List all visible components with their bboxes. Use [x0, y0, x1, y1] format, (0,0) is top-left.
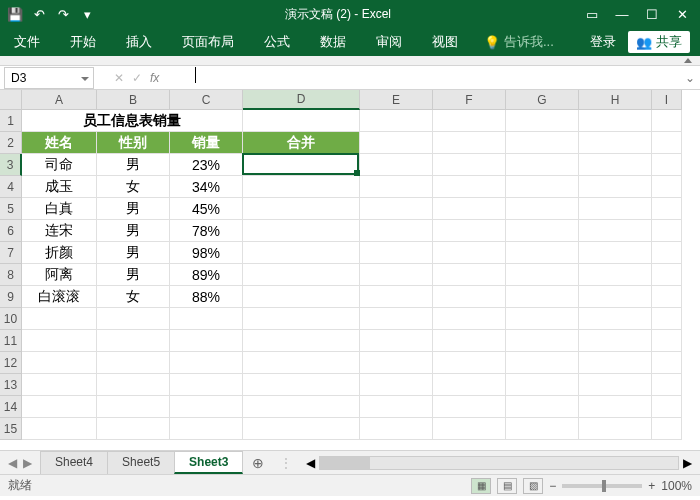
cell[interactable] [433, 286, 506, 308]
maximize-icon[interactable]: ☐ [638, 3, 666, 25]
undo-icon[interactable]: ↶ [28, 3, 50, 25]
cancel-formula-icon[interactable]: ✕ [114, 71, 124, 85]
merged-title-cell[interactable]: 员工信息表销量 [22, 110, 243, 132]
cell[interactable]: 34% [170, 176, 243, 198]
cell[interactable] [506, 286, 579, 308]
cell[interactable] [652, 132, 682, 154]
cell[interactable] [97, 418, 170, 440]
cell[interactable]: 男 [97, 198, 170, 220]
zoom-slider[interactable] [562, 484, 642, 488]
row-header[interactable]: 4 [0, 176, 22, 198]
cell[interactable] [22, 396, 97, 418]
cell[interactable]: 98% [170, 242, 243, 264]
cell[interactable] [433, 352, 506, 374]
cell[interactable] [243, 374, 360, 396]
row-header[interactable]: 14 [0, 396, 22, 418]
sheet-tab[interactable]: Sheet3 [174, 451, 243, 474]
formula-input[interactable] [159, 67, 680, 89]
cell[interactable] [360, 286, 433, 308]
row-header[interactable]: 5 [0, 198, 22, 220]
cell[interactable]: 销量 [170, 132, 243, 154]
cell[interactable] [652, 110, 682, 132]
tell-me-search[interactable]: 💡 告诉我... [484, 33, 554, 51]
cell[interactable] [506, 242, 579, 264]
cell[interactable] [506, 154, 579, 176]
add-sheet-button[interactable]: ⊕ [242, 455, 274, 471]
cell[interactable] [433, 154, 506, 176]
cell[interactable] [506, 264, 579, 286]
cell[interactable] [506, 220, 579, 242]
cell[interactable] [97, 352, 170, 374]
row-header[interactable]: 11 [0, 330, 22, 352]
cell[interactable] [506, 132, 579, 154]
row-header[interactable]: 2 [0, 132, 22, 154]
cell[interactable]: 45% [170, 198, 243, 220]
cell[interactable] [170, 330, 243, 352]
cell[interactable] [22, 352, 97, 374]
cell[interactable] [579, 374, 652, 396]
cell[interactable] [360, 418, 433, 440]
cell[interactable] [579, 154, 652, 176]
cell[interactable] [97, 396, 170, 418]
cell[interactable] [170, 352, 243, 374]
tab-data[interactable]: 数据 [316, 29, 350, 55]
cell[interactable]: 女 [97, 286, 170, 308]
cell[interactable] [506, 396, 579, 418]
cell[interactable] [506, 374, 579, 396]
cell[interactable] [506, 352, 579, 374]
cell[interactable] [652, 286, 682, 308]
cell[interactable]: 成玉 [22, 176, 97, 198]
cell[interactable] [652, 242, 682, 264]
column-header[interactable]: A [22, 90, 97, 110]
scroll-right-icon[interactable]: ▶ [683, 456, 692, 470]
close-icon[interactable]: ✕ [668, 3, 696, 25]
login-link[interactable]: 登录 [590, 33, 616, 51]
cell[interactable] [433, 330, 506, 352]
cell[interactable] [360, 198, 433, 220]
cell[interactable]: 男 [97, 242, 170, 264]
cell[interactable] [170, 418, 243, 440]
zoom-level[interactable]: 100% [661, 479, 692, 493]
cell[interactable]: 白真 [22, 198, 97, 220]
cell[interactable] [360, 220, 433, 242]
cell[interactable] [433, 220, 506, 242]
cell[interactable] [652, 264, 682, 286]
cell[interactable]: 合并 [243, 132, 360, 154]
row-header[interactable]: 15 [0, 418, 22, 440]
cell[interactable] [243, 176, 360, 198]
cell[interactable] [579, 418, 652, 440]
cell[interactable] [652, 198, 682, 220]
cell[interactable] [170, 396, 243, 418]
cell[interactable]: 88% [170, 286, 243, 308]
cell[interactable] [506, 330, 579, 352]
cell[interactable] [506, 176, 579, 198]
cell[interactable]: 白滚滚 [22, 286, 97, 308]
cell[interactable] [579, 286, 652, 308]
cell[interactable] [360, 154, 433, 176]
tab-layout[interactable]: 页面布局 [178, 29, 238, 55]
cell[interactable] [433, 132, 506, 154]
cell[interactable] [360, 242, 433, 264]
cell[interactable] [97, 374, 170, 396]
sheet-nav-prev-icon[interactable]: ◀ [8, 456, 17, 470]
cell[interactable] [243, 264, 360, 286]
select-all-corner[interactable] [0, 90, 22, 110]
row-header[interactable]: 6 [0, 220, 22, 242]
cell[interactable]: 阿离 [22, 264, 97, 286]
cell[interactable] [506, 418, 579, 440]
cell[interactable] [579, 352, 652, 374]
cell[interactable] [243, 286, 360, 308]
sheet-tab[interactable]: Sheet4 [40, 451, 108, 474]
cell[interactable] [243, 352, 360, 374]
cell[interactable] [652, 374, 682, 396]
column-header[interactable]: G [506, 90, 579, 110]
cell[interactable] [652, 418, 682, 440]
cell[interactable]: 性别 [97, 132, 170, 154]
cell[interactable] [652, 330, 682, 352]
cell[interactable] [652, 154, 682, 176]
cell[interactable]: 折颜 [22, 242, 97, 264]
sheet-nav-next-icon[interactable]: ▶ [23, 456, 32, 470]
cell[interactable] [243, 308, 360, 330]
row-header[interactable]: 7 [0, 242, 22, 264]
cell[interactable] [22, 374, 97, 396]
